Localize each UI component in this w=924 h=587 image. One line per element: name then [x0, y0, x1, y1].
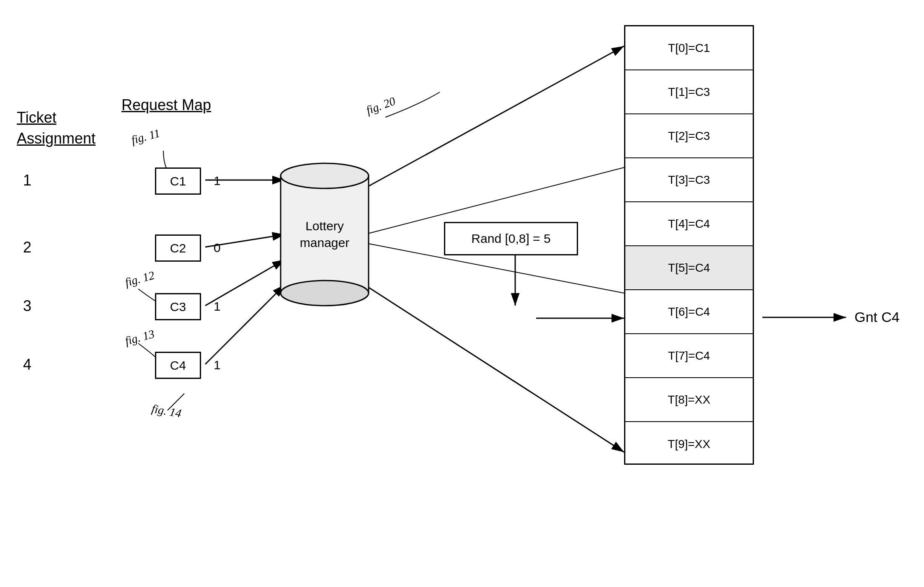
svg-line-4	[205, 260, 285, 306]
rand-box: Rand [0,8] = 5	[444, 222, 578, 255]
request-c1: 1	[214, 174, 221, 188]
ticket-heading-line1: Ticket	[17, 109, 57, 126]
ticket-cell-9: T[9]=XX	[625, 422, 753, 466]
ticket-cell-6: T[6]=C4	[625, 290, 753, 334]
svg-line-7	[364, 285, 624, 452]
svg-line-5	[205, 285, 285, 364]
svg-text:manager: manager	[300, 236, 349, 250]
ticket-cell-7: T[7]=C4	[625, 334, 753, 378]
ticket-heading-line2: Assignment	[17, 130, 95, 147]
svg-point-14	[281, 163, 369, 188]
number-3: 3	[23, 297, 31, 315]
svg-point-15	[281, 281, 369, 306]
number-1: 1	[23, 172, 31, 189]
client-c3-box: C3	[155, 293, 201, 320]
number-4: 4	[23, 356, 31, 373]
request-map-heading: Request Map	[121, 96, 211, 114]
request-c3: 1	[214, 299, 221, 314]
svg-text:Lottery: Lottery	[305, 219, 344, 233]
ticket-cell-0: T[0]=C1	[625, 26, 753, 70]
ticket-cell-1: T[1]=C3	[625, 70, 753, 114]
client-c1-box: C1	[155, 167, 201, 195]
ticket-cell-3: T[3]=C3	[625, 158, 753, 202]
number-2: 2	[23, 239, 31, 256]
request-c4: 1	[214, 358, 221, 372]
diagram: Ticket Assignment 1 2 3 4 Request Map C1…	[0, 0, 924, 587]
lottery-manager-cylinder: Lottery manager	[276, 159, 373, 310]
ticket-cell-4: T[4]=C4	[625, 202, 753, 246]
ticket-cell-5: T[5]=C4	[625, 246, 753, 290]
ticket-array: T[0]=C1 T[1]=C3 T[2]=C3 T[3]=C3 T[4]=C4 …	[624, 25, 754, 465]
request-c2: 0	[214, 241, 221, 255]
ticket-cell-8: T[8]=XX	[625, 378, 753, 422]
client-c2-box: C2	[155, 234, 201, 262]
svg-line-6	[364, 46, 624, 188]
client-c4-box: C4	[155, 352, 201, 379]
ticket-cell-2: T[2]=C3	[625, 114, 753, 158]
svg-rect-13	[281, 176, 369, 293]
diagram-svg	[0, 0, 924, 587]
grant-label: Gnt C4	[854, 309, 900, 325]
